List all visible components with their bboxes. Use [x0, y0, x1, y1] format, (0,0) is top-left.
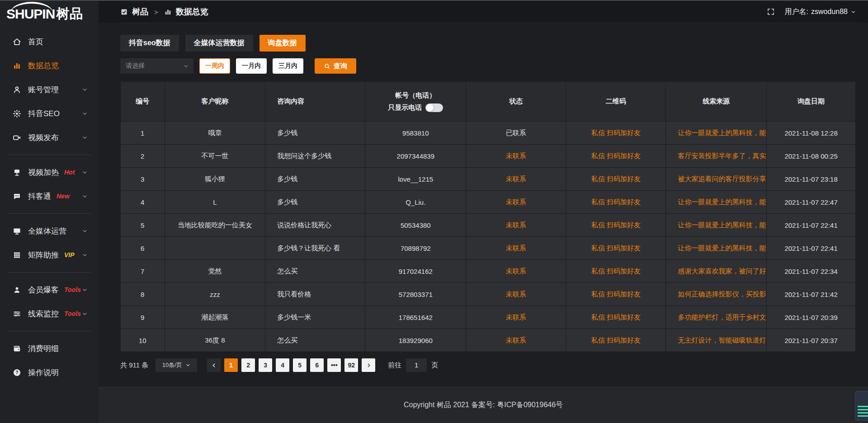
prev-page-button[interactable] — [207, 358, 221, 372]
table-row: 7 觉然 怎么买 917024162 未联系 私信 扫码加好友 感谢大家喜欢我家… — [121, 260, 856, 283]
status-badge: 未联系 — [466, 283, 566, 306]
svg-text:?: ? — [15, 370, 18, 375]
cell-nickname: 哦章 — [165, 122, 265, 145]
sidebar-item-video-publish[interactable]: 视频发布 — [0, 127, 99, 147]
qrcode-link[interactable]: 私信 扫码加好友 — [566, 191, 666, 214]
cell-nickname: L — [165, 191, 265, 214]
breadcrumb-current: 数据总览 — [176, 6, 208, 17]
chevron-right-icon — [366, 362, 372, 368]
source-link[interactable]: 让你一眼就爱上的黑科技，能... — [666, 214, 767, 237]
page-button-1[interactable]: 1 — [224, 358, 238, 372]
qrcode-link[interactable]: 私信 扫码加好友 — [566, 283, 666, 306]
page-footer: Copyright 树品 2021 备案号: 粤ICP备09019646号 — [99, 387, 868, 423]
cell-account: 2097344839 — [365, 145, 466, 168]
table-row: 9 潮起潮落 多少钱一米 178651642 未联系 私信 扫码加好友 多功能护… — [121, 306, 856, 329]
tab-omnimedia-data[interactable]: 全媒体运营数据 — [185, 35, 253, 52]
cell-nickname: 狐小狸 — [165, 168, 265, 191]
home-icon — [12, 37, 21, 46]
sidebar-item-instructions[interactable]: ? 操作说明 — [0, 362, 99, 382]
col-header-status: 状态 — [466, 82, 566, 122]
sidebar-item-matrix-boost[interactable]: 矩阵助推 VIP — [0, 245, 99, 265]
sidebar-item-account-management[interactable]: 账号管理 — [0, 80, 99, 99]
table-row: 6 多少钱？让我死心 看 70898792 未联系 私信 扫码加好友 让你一眼就… — [121, 237, 856, 260]
sidebar-item-data-overview[interactable]: 数据总览 — [0, 56, 99, 75]
select-placeholder: 请选择 — [126, 62, 145, 70]
window-top-edge — [0, 0, 868, 1]
qrcode-link[interactable]: 私信 扫码加好友 — [566, 214, 666, 237]
floating-widget[interactable] — [855, 391, 868, 421]
cell-date: 2021-11-08 12:28 — [767, 122, 856, 145]
source-link[interactable]: 让你一眼就爱上的黑科技，能... — [666, 122, 767, 145]
qrcode-link[interactable]: 私信 扫码加好友 — [566, 145, 666, 168]
user-menu[interactable]: 用户名: zswodun88 — [785, 7, 856, 17]
sliders-icon — [12, 309, 21, 318]
cell-id: 8 — [121, 283, 165, 306]
data-source-tabs: 抖音seo数据 全媒体运营数据 询盘数据 — [120, 35, 856, 52]
sidebar-item-member-tools[interactable]: 会员爆客 Tools — [0, 280, 99, 300]
cell-nickname — [165, 237, 265, 260]
col-header-qrcode: 二维码 — [566, 82, 666, 122]
page-button-5[interactable]: 5 — [293, 358, 307, 372]
qrcode-link[interactable]: 私信 扫码加好友 — [566, 122, 666, 145]
sidebar-item-video-heat[interactable]: 视频加热 Hot — [0, 162, 99, 182]
page-button-6[interactable]: 6 — [310, 358, 324, 372]
wallet-icon — [12, 344, 21, 353]
cell-content: 多少钱 — [265, 191, 365, 214]
cell-content: 我想问这个多少钱 — [265, 145, 365, 168]
page-button-3[interactable]: 3 — [259, 358, 272, 372]
range-one-month-button[interactable]: 一月内 — [236, 58, 267, 74]
sidebar-divider — [7, 155, 91, 155]
sidebar-item-lead-monitor[interactable]: 线索监控 Tools — [0, 304, 99, 324]
monitor-icon — [12, 226, 21, 235]
next-page-button[interactable] — [362, 358, 375, 372]
sidebar-item-doukettong[interactable]: 抖客通 New — [0, 186, 99, 206]
qrcode-link[interactable]: 私信 扫码加好友 — [566, 168, 666, 191]
page-size-select[interactable]: 10条/页 — [156, 358, 197, 372]
cell-id: 10 — [121, 329, 165, 352]
qrcode-link[interactable]: 私信 扫码加好友 — [566, 306, 666, 329]
cell-date: 2021-11-07 21:42 — [767, 283, 856, 306]
source-link[interactable]: 让你一眼就爱上的黑科技，能... — [666, 191, 767, 214]
qrcode-link[interactable]: 私信 扫码加好友 — [566, 237, 666, 260]
source-link[interactable]: 被大家追着问的客厅投影分享... — [666, 168, 767, 191]
sidebar-item-home[interactable]: 首页 — [0, 32, 99, 52]
sidebar-item-label: 视频加热 — [28, 167, 59, 178]
sidebar-item-douyin-seo[interactable]: 抖音SEO — [0, 103, 99, 123]
cell-content: 怎么买 — [265, 260, 365, 283]
qrcode-link[interactable]: 私信 扫码加好友 — [566, 260, 666, 283]
goto-label: 前往 — [388, 361, 401, 370]
page-button-92[interactable]: 92 — [344, 358, 358, 372]
page-ellipsis-button[interactable]: ••• — [327, 358, 341, 372]
range-three-month-button[interactable]: 三月内 — [273, 58, 303, 74]
qrcode-link[interactable]: 私信 扫码加好友 — [566, 329, 666, 352]
col-header-id: 编号 — [121, 82, 165, 122]
help-circle-icon: ? — [12, 368, 21, 377]
source-link[interactable]: 无主灯设计，智能磁吸轨道灯... — [666, 329, 767, 352]
goto-page-input[interactable]: 1 — [406, 358, 427, 372]
status-badge: 未联系 — [466, 214, 566, 237]
sidebar-item-omnimedia[interactable]: 全媒体运营 — [0, 221, 99, 241]
account-select[interactable]: 请选择 — [120, 58, 193, 74]
cell-nickname: 觉然 — [165, 260, 265, 283]
fullscreen-icon[interactable] — [767, 8, 775, 16]
tab-inquiry-data[interactable]: 询盘数据 — [259, 35, 306, 52]
cell-content: 多少钱一米 — [265, 306, 365, 329]
source-link[interactable]: 如何正确选择投影仪，买投影... — [666, 283, 767, 306]
query-button[interactable]: 查询 — [315, 58, 356, 74]
source-link[interactable]: 多功能护栏灯，适用于乡村文... — [666, 306, 767, 329]
range-one-week-button[interactable]: 一周内 — [199, 58, 230, 74]
bar-chart-icon — [12, 61, 21, 70]
username-label: 用户名: — [785, 7, 808, 17]
source-link[interactable]: 感谢大家喜欢我家，被问了好... — [666, 260, 767, 283]
page-button-4[interactable]: 4 — [276, 358, 289, 372]
page-button-2[interactable]: 2 — [241, 358, 255, 372]
tab-douyin-seo-data[interactable]: 抖音seo数据 — [120, 35, 179, 52]
breadcrumb-root[interactable]: 树品 — [132, 6, 148, 17]
source-link[interactable]: 客厅安装投影半年多了，真实... — [666, 145, 767, 168]
phone-only-toggle[interactable] — [425, 103, 443, 112]
sidebar-item-consumption-detail[interactable]: 消费明细 — [0, 338, 99, 358]
source-link[interactable]: 让你一眼就爱上的黑科技，能... — [666, 237, 767, 260]
chevron-down-icon — [82, 135, 88, 141]
status-badge: 未联系 — [466, 306, 566, 329]
sidebar: SHUPIN 树品 首页 数据总览 账号管理 — [0, 0, 99, 423]
